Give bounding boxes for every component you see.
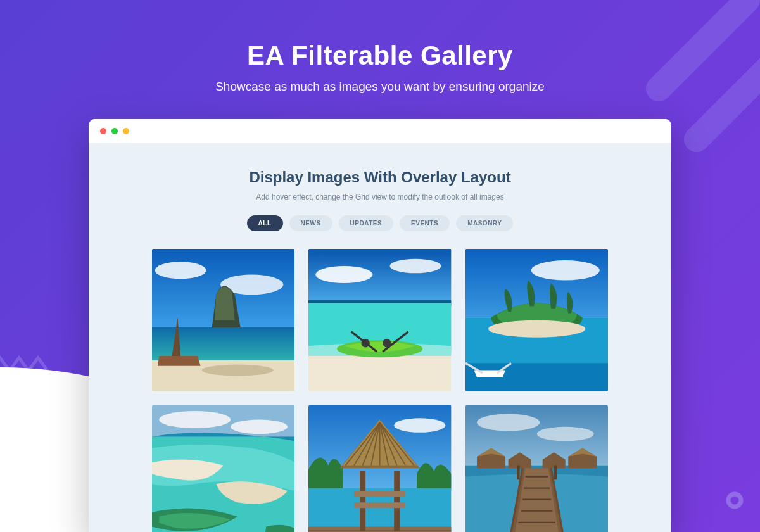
filter-tab-events[interactable]: EVENTS [400, 215, 450, 231]
svg-rect-38 [360, 471, 365, 531]
gallery-item[interactable] [152, 405, 294, 532]
filter-tab-news[interactable]: NEWS [289, 215, 332, 231]
close-dot-icon[interactable] [100, 128, 106, 134]
kayak-beach-image [308, 249, 451, 391]
svg-point-2 [728, 494, 741, 507]
gallery-grid [152, 249, 608, 532]
svg-rect-50 [354, 503, 405, 509]
svg-rect-63 [517, 466, 520, 480]
gallery-item[interactable] [152, 249, 294, 391]
filter-tab-all[interactable]: ALL [247, 215, 283, 231]
bg-circle-icon [722, 488, 747, 513]
maximize-dot-icon[interactable] [123, 128, 129, 134]
content-title: Display Images With Overlay Layout [119, 168, 641, 186]
svg-point-53 [536, 427, 593, 441]
hero-subtitle: Showcase as much as images you want by e… [0, 80, 760, 94]
svg-point-52 [477, 414, 540, 431]
gallery-item[interactable] [308, 405, 451, 532]
gallery-item[interactable] [466, 405, 608, 532]
browser-titlebar [89, 119, 671, 143]
svg-point-24 [488, 320, 585, 338]
svg-point-8 [202, 365, 274, 376]
svg-point-32 [395, 419, 446, 433]
content-subtitle: Add hover effect, change the Grid view t… [119, 193, 641, 201]
filter-tab-updates[interactable]: UPDATES [339, 215, 394, 231]
svg-point-10 [316, 266, 373, 283]
minimize-dot-icon[interactable] [111, 128, 118, 134]
gallery-item[interactable] [308, 249, 451, 391]
lagoon-aerial-image [152, 405, 294, 532]
filter-tab-masonry[interactable]: MASONRY [456, 215, 513, 231]
svg-rect-39 [395, 471, 400, 531]
overwater-pier-image [466, 405, 608, 532]
svg-rect-49 [354, 491, 405, 497]
beach-cliff-boat-image [152, 249, 294, 391]
browser-window: Display Images With Overlay Layout Add h… [89, 119, 671, 532]
hero-title: EA Filterable Gallery [0, 41, 760, 71]
svg-rect-64 [554, 466, 557, 480]
tropical-island-image [466, 249, 608, 391]
titlebar-dots [100, 128, 129, 134]
hero-section: EA Filterable Gallery Showcase as much a… [0, 0, 760, 94]
svg-point-11 [390, 259, 441, 274]
browser-content: Display Images With Overlay Layout Add h… [89, 143, 671, 532]
svg-point-4 [155, 262, 206, 279]
svg-point-28 [159, 411, 231, 428]
beach-hut-image [308, 405, 451, 532]
svg-point-29 [231, 420, 288, 434]
svg-point-21 [531, 260, 599, 281]
filter-tabs: ALL NEWS UPDATES EVENTS MASONRY [119, 215, 641, 231]
gallery-item[interactable] [466, 249, 608, 391]
